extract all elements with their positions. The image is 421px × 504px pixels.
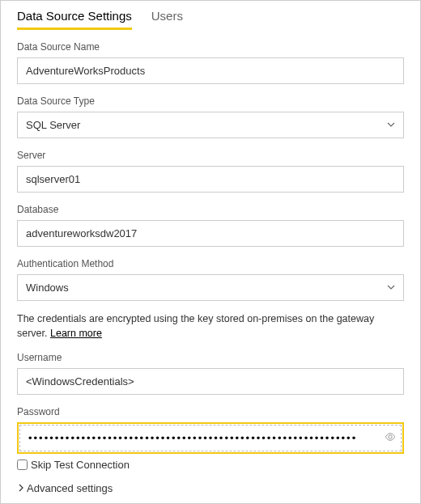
tab-users[interactable]: Users xyxy=(151,6,183,30)
label-data-source-type: Data Source Type xyxy=(17,95,404,107)
reveal-password-icon[interactable] xyxy=(385,431,396,446)
server-input[interactable] xyxy=(17,166,404,193)
label-password: Password xyxy=(17,406,404,417)
label-server: Server xyxy=(17,150,404,161)
data-source-type-select[interactable]: SQL Server xyxy=(17,112,404,138)
label-data-source-name: Data Source Name xyxy=(17,41,404,53)
learn-more-link[interactable]: Learn more xyxy=(50,328,102,339)
advanced-settings-toggle[interactable]: Advanced settings xyxy=(17,482,404,494)
database-input[interactable] xyxy=(17,220,404,247)
chevron-right-icon xyxy=(17,482,25,494)
label-username: Username xyxy=(17,352,404,363)
auth-method-select[interactable]: Windows xyxy=(17,274,404,301)
label-database: Database xyxy=(17,204,404,215)
skip-test-label: Skip Test Connection xyxy=(31,459,130,471)
username-input[interactable] xyxy=(17,368,404,395)
advanced-settings-label: Advanced settings xyxy=(27,482,113,494)
tab-data-source-settings[interactable]: Data Source Settings xyxy=(17,6,132,30)
data-source-name-input[interactable] xyxy=(17,57,404,84)
password-input[interactable] xyxy=(19,425,402,451)
skip-test-checkbox[interactable] xyxy=(17,460,28,470)
credentials-info: The credentials are encrypted using the … xyxy=(17,312,404,341)
label-auth-method: Authentication Method xyxy=(17,258,404,269)
tabs: Data Source Settings Users xyxy=(17,6,404,30)
